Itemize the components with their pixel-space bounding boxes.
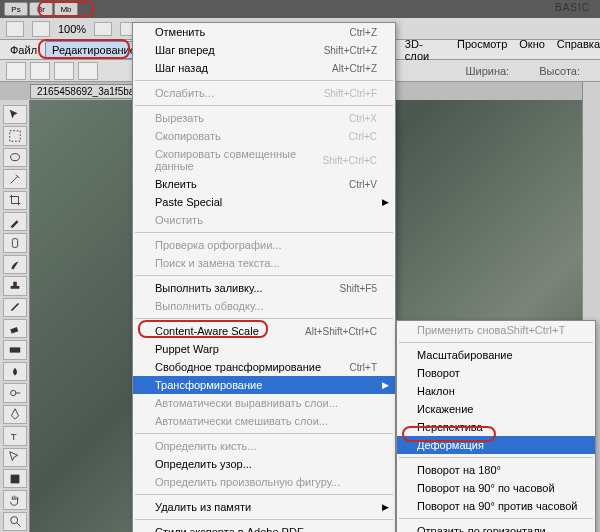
edit-menu-item[interactable]: Трансформирование▶ — [133, 376, 395, 394]
pen-tool-icon[interactable] — [3, 405, 27, 424]
blur-tool-icon[interactable] — [3, 362, 27, 381]
opt-icon[interactable] — [6, 62, 26, 80]
menu-edit[interactable]: Редактирование — [45, 41, 143, 59]
menu-item-label: Ослабить... — [155, 87, 324, 99]
svg-point-1 — [10, 153, 19, 160]
edit-menu-item: Автоматически выравнивать слои... — [133, 394, 395, 412]
transform-menu-item[interactable]: Наклон — [397, 382, 595, 400]
menu-item-label: Автоматически выравнивать слои... — [155, 397, 377, 409]
separator — [399, 457, 593, 458]
heal-tool-icon[interactable] — [3, 233, 27, 252]
menu-help[interactable]: Справка — [557, 38, 600, 62]
svg-point-5 — [10, 390, 15, 395]
menu-item-label: Скопировать совмещенные данные — [155, 148, 323, 172]
move-tool-icon[interactable] — [3, 105, 27, 124]
submenu-arrow-icon: ▶ — [382, 502, 389, 512]
edit-menu-item[interactable]: Определить узор... — [133, 455, 395, 473]
menu-item-label: Поворот на 90° по часовой — [417, 482, 555, 494]
edit-menu-item[interactable]: ВклеитьCtrl+V — [133, 175, 395, 193]
crop-tool-icon[interactable] — [3, 191, 27, 210]
eraser-tool-icon[interactable] — [3, 319, 27, 338]
eyedropper-tool-icon[interactable] — [3, 212, 27, 231]
edit-menu-item[interactable]: Puppet Warp — [133, 340, 395, 358]
menu-item-label: Применить снова — [417, 324, 506, 336]
edit-menu-item[interactable]: ОтменитьCtrl+Z — [133, 23, 395, 41]
tools-panel: T — [0, 100, 30, 532]
menu-item-label: Отменить — [155, 26, 350, 38]
gradient-tool-icon[interactable] — [3, 340, 27, 359]
opt-icon[interactable] — [54, 62, 74, 80]
edit-menu-item[interactable]: Стили экспорта в Adobe PDF... — [133, 523, 395, 532]
edit-menu-item: Поиск и замена текста... — [133, 254, 395, 272]
shortcut-label: Shift+Ctrl+F — [324, 88, 377, 99]
hand-tool-icon[interactable] — [3, 490, 27, 509]
tool-preset-icon[interactable] — [6, 21, 24, 37]
transform-menu-item[interactable]: Поворот на 90° против часовой — [397, 497, 595, 515]
shortcut-label: Shift+Ctrl+Z — [324, 45, 377, 56]
svg-text:T: T — [10, 430, 16, 441]
separator — [135, 275, 393, 276]
edit-menu-item[interactable]: Удалить из памяти▶ — [133, 498, 395, 516]
transform-menu-item[interactable]: Поворот на 180° — [397, 461, 595, 479]
edit-menu-item: Очистить — [133, 211, 395, 229]
opt-icon[interactable] — [78, 62, 98, 80]
marquee-tool-icon[interactable] — [3, 126, 27, 145]
opt-icon[interactable] — [30, 62, 50, 80]
edit-menu-item[interactable]: Шаг впередShift+Ctrl+Z — [133, 41, 395, 59]
menu-window[interactable]: Окно — [519, 38, 545, 62]
wand-tool-icon[interactable] — [3, 169, 27, 188]
menu-item-label: Удалить из памяти — [155, 501, 377, 513]
stamp-tool-icon[interactable] — [3, 276, 27, 295]
menu-item-label: Content-Aware Scale — [155, 325, 305, 337]
transform-menu-item[interactable]: Масштабирование — [397, 346, 595, 364]
edit-menu-item[interactable]: Content-Aware ScaleAlt+Shift+Ctrl+C — [133, 322, 395, 340]
transform-menu-item[interactable]: Деформация — [397, 436, 595, 454]
zoom-dropdown-icon[interactable] — [94, 22, 112, 36]
shortcut-label: Shift+F5 — [339, 283, 377, 294]
brush-tool-icon[interactable] — [3, 255, 27, 274]
edit-menu-item[interactable]: Выполнить заливку...Shift+F5 — [133, 279, 395, 297]
edit-menu-item[interactable]: Шаг назадAlt+Ctrl+Z — [133, 59, 395, 77]
mini-btn-mb[interactable]: Mb — [54, 2, 78, 16]
transform-menu-item[interactable]: Поворот — [397, 364, 595, 382]
svg-rect-0 — [9, 131, 20, 142]
separator — [135, 105, 393, 106]
menu-item-label: Наклон — [417, 385, 455, 397]
lasso-tool-icon[interactable] — [3, 148, 27, 167]
transform-menu-item[interactable]: Отразить по горизонтали — [397, 522, 595, 532]
shape-tool-icon[interactable] — [3, 469, 27, 488]
transform-menu-item[interactable]: Поворот на 90° по часовой — [397, 479, 595, 497]
edit-menu-item[interactable]: Свободное трансформированиеCtrl+T — [133, 358, 395, 376]
tool-options-icon[interactable] — [32, 21, 50, 37]
menu-item-label: Деформация — [417, 439, 484, 451]
menu-view[interactable]: Просмотр — [457, 38, 507, 62]
app-header: Ps Br Mb BASIC — [0, 0, 600, 18]
edit-menu-item[interactable]: Paste Special▶ — [133, 193, 395, 211]
separator — [135, 318, 393, 319]
menu-item-label: Шаг вперед — [155, 44, 324, 56]
dodge-tool-icon[interactable] — [3, 383, 27, 402]
menu-item-label: Перспектива — [417, 421, 483, 433]
menu-item-label: Отразить по горизонтали — [417, 525, 546, 532]
menu-3d-layers[interactable]: 3D-слои — [405, 38, 445, 62]
transform-menu-item[interactable]: Перспектива — [397, 418, 595, 436]
menu-item-label: Выполнить обводку... — [155, 300, 377, 312]
zoom-tool-icon[interactable] — [3, 512, 27, 531]
svg-point-8 — [10, 517, 17, 524]
menu-file[interactable]: Файл — [4, 42, 43, 58]
edit-menu-item: Скопировать совмещенные данныеShift+Ctrl… — [133, 145, 395, 175]
width-label: Ширина: — [465, 65, 509, 77]
mini-btn-br[interactable]: Br — [29, 2, 53, 16]
transform-menu-item[interactable]: Искажение — [397, 400, 595, 418]
edit-menu-item: ВырезатьCtrl+X — [133, 109, 395, 127]
history-brush-icon[interactable] — [3, 298, 27, 317]
menu-item-label: Выполнить заливку... — [155, 282, 339, 294]
type-tool-icon[interactable]: T — [3, 426, 27, 445]
svg-rect-3 — [10, 327, 18, 334]
path-tool-icon[interactable] — [3, 448, 27, 467]
menu-item-label: Вклеить — [155, 178, 349, 190]
menu-item-label: Puppet Warp — [155, 343, 377, 355]
zoom-value[interactable]: 100% — [58, 23, 86, 35]
menu-item-label: Поворот — [417, 367, 460, 379]
workspace-label[interactable]: BASIC — [555, 2, 590, 13]
